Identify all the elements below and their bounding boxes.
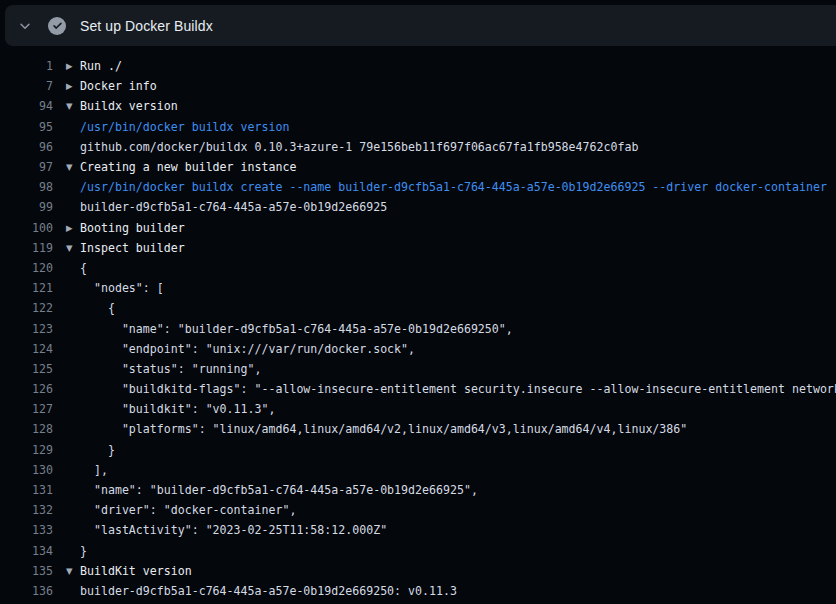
log-line-text: ], bbox=[80, 463, 108, 477]
log-line-row: 123 "name": "builder-d9cfb5a1-c764-445a-… bbox=[0, 318, 836, 338]
log-line-text: Buildx version bbox=[80, 99, 178, 113]
log-line-row: 120 { bbox=[0, 258, 836, 278]
log-line-row[interactable]: 100 ▶ Booting builder bbox=[0, 218, 836, 238]
line-number[interactable]: 1 bbox=[0, 59, 53, 73]
line-number[interactable]: 94 bbox=[0, 99, 53, 113]
triangle-right-icon[interactable]: ▶ bbox=[53, 223, 80, 233]
log-line-row: 125 "status": "running", bbox=[0, 359, 836, 379]
log-line-text: "buildkit": "v0.11.3", bbox=[80, 402, 275, 416]
log-line-text: github.com/docker/buildx 0.10.3+azure-1 … bbox=[80, 140, 638, 154]
log-line-row: 96 github.com/docker/buildx 0.10.3+azure… bbox=[0, 137, 836, 157]
log-line-row[interactable]: 1 ▶ Run ./ bbox=[0, 56, 836, 76]
log-line-row: 130 ], bbox=[0, 460, 836, 480]
line-number[interactable]: 122 bbox=[0, 301, 53, 315]
line-number[interactable]: 100 bbox=[0, 221, 53, 235]
log-line-row: 132 "driver": "docker-container", bbox=[0, 500, 836, 520]
log-line-row: 122 { bbox=[0, 298, 836, 318]
line-number[interactable]: 95 bbox=[0, 120, 53, 134]
log-line-text: "driver": "docker-container", bbox=[80, 503, 296, 517]
log-line-row: 99 builder-d9cfb5a1-c764-445a-a57e-0b19d… bbox=[0, 197, 836, 217]
log-line-text: Docker info bbox=[80, 79, 157, 93]
line-number[interactable]: 127 bbox=[0, 402, 53, 416]
triangle-down-icon[interactable]: ▼ bbox=[53, 566, 80, 576]
line-number[interactable]: 120 bbox=[0, 261, 53, 275]
log-line-text: "endpoint": "unix:///var/run/docker.sock… bbox=[80, 342, 415, 356]
log-line-text: } bbox=[80, 544, 87, 558]
log-line-text: builder-d9cfb5a1-c764-445a-a57e-0b19d2e6… bbox=[80, 584, 457, 598]
check-circle-icon bbox=[48, 17, 66, 35]
triangle-down-icon[interactable]: ▼ bbox=[53, 101, 80, 111]
line-number[interactable]: 128 bbox=[0, 422, 53, 436]
log-line-row[interactable]: 94 ▼ Buildx version bbox=[0, 96, 836, 116]
log-line-text: builder-d9cfb5a1-c764-445a-a57e-0b19d2e6… bbox=[80, 200, 387, 214]
line-number[interactable]: 132 bbox=[0, 503, 53, 517]
line-number[interactable]: 126 bbox=[0, 382, 53, 396]
step-title: Set up Docker Buildx bbox=[80, 18, 213, 34]
log-line-text: } bbox=[80, 443, 115, 457]
log-line-text: Booting builder bbox=[80, 221, 185, 235]
line-number[interactable]: 129 bbox=[0, 443, 53, 457]
log-line-text: { bbox=[80, 261, 87, 275]
chevron-down-icon[interactable] bbox=[17, 18, 33, 34]
log-line-row: 133 "lastActivity": "2023-02-25T11:58:12… bbox=[0, 520, 836, 540]
log-line-text: "platforms": "linux/amd64,linux/amd64/v2… bbox=[80, 422, 687, 436]
line-number[interactable]: 97 bbox=[0, 160, 53, 174]
log-line-text: /usr/bin/docker buildx create --name bui… bbox=[80, 180, 827, 194]
log-line-row[interactable]: 7 ▶ Docker info bbox=[0, 76, 836, 96]
log-line-text: /usr/bin/docker buildx version bbox=[80, 120, 289, 134]
log-line-text: "nodes": [ bbox=[80, 281, 164, 295]
log-line-row: 134 } bbox=[0, 541, 836, 561]
log-line-text: Inspect builder bbox=[80, 241, 185, 255]
line-number[interactable]: 135 bbox=[0, 564, 53, 578]
log-line-row: 131 "name": "builder-d9cfb5a1-c764-445a-… bbox=[0, 480, 836, 500]
triangle-right-icon[interactable]: ▶ bbox=[53, 81, 80, 91]
line-number[interactable]: 99 bbox=[0, 200, 53, 214]
log-line-row: 95 /usr/bin/docker buildx version bbox=[0, 117, 836, 137]
log-line-row: 121 "nodes": [ bbox=[0, 278, 836, 298]
log-line-text: "name": "builder-d9cfb5a1-c764-445a-a57e… bbox=[80, 322, 513, 336]
log-line-row: 124 "endpoint": "unix:///var/run/docker.… bbox=[0, 339, 836, 359]
log-line-row[interactable]: 135 ▼ BuildKit version bbox=[0, 561, 836, 581]
line-number[interactable]: 119 bbox=[0, 241, 53, 255]
line-number[interactable]: 7 bbox=[0, 79, 53, 93]
log-line-text: "status": "running", bbox=[80, 362, 261, 376]
log-line-text: BuildKit version bbox=[80, 564, 192, 578]
line-number[interactable]: 134 bbox=[0, 544, 53, 558]
log-line-row: 136 builder-d9cfb5a1-c764-445a-a57e-0b19… bbox=[0, 581, 836, 601]
line-number[interactable]: 131 bbox=[0, 483, 53, 497]
log-line-text: Creating a new builder instance bbox=[80, 160, 296, 174]
log-line-row: 126 "buildkitd-flags": "--allow-insecure… bbox=[0, 379, 836, 399]
triangle-right-icon[interactable]: ▶ bbox=[53, 61, 80, 71]
log-line-row: 128 "platforms": "linux/amd64,linux/amd6… bbox=[0, 419, 836, 439]
line-number[interactable]: 121 bbox=[0, 281, 53, 295]
log-line-text: { bbox=[80, 301, 115, 315]
line-number[interactable]: 123 bbox=[0, 322, 53, 336]
log-line-row: 98 /usr/bin/docker buildx create --name … bbox=[0, 177, 836, 197]
triangle-down-icon[interactable]: ▼ bbox=[53, 243, 80, 253]
line-number[interactable]: 133 bbox=[0, 523, 53, 537]
triangle-down-icon[interactable]: ▼ bbox=[53, 162, 80, 172]
line-number[interactable]: 130 bbox=[0, 463, 53, 477]
step-header[interactable]: Set up Docker Buildx bbox=[5, 5, 836, 46]
line-number[interactable]: 96 bbox=[0, 140, 53, 154]
line-number[interactable]: 124 bbox=[0, 342, 53, 356]
line-number[interactable]: 136 bbox=[0, 584, 53, 598]
log-line-row[interactable]: 97 ▼ Creating a new builder instance bbox=[0, 157, 836, 177]
line-number[interactable]: 125 bbox=[0, 362, 53, 376]
line-number[interactable]: 98 bbox=[0, 180, 53, 194]
log-line-text: "name": "builder-d9cfb5a1-c764-445a-a57e… bbox=[80, 483, 478, 497]
log-line-row: 129 } bbox=[0, 440, 836, 460]
log-line-row[interactable]: 119 ▼ Inspect builder bbox=[0, 238, 836, 258]
log-lines: 1 ▶ Run ./ 7 ▶ Docker info 94 ▼ Buildx v… bbox=[0, 46, 836, 604]
log-line-row: 127 "buildkit": "v0.11.3", bbox=[0, 399, 836, 419]
log-line-text: "lastActivity": "2023-02-25T11:58:12.000… bbox=[80, 523, 387, 537]
log-line-text: Run ./ bbox=[80, 59, 122, 73]
log-line-text: "buildkitd-flags": "--allow-insecure-ent… bbox=[80, 382, 836, 396]
